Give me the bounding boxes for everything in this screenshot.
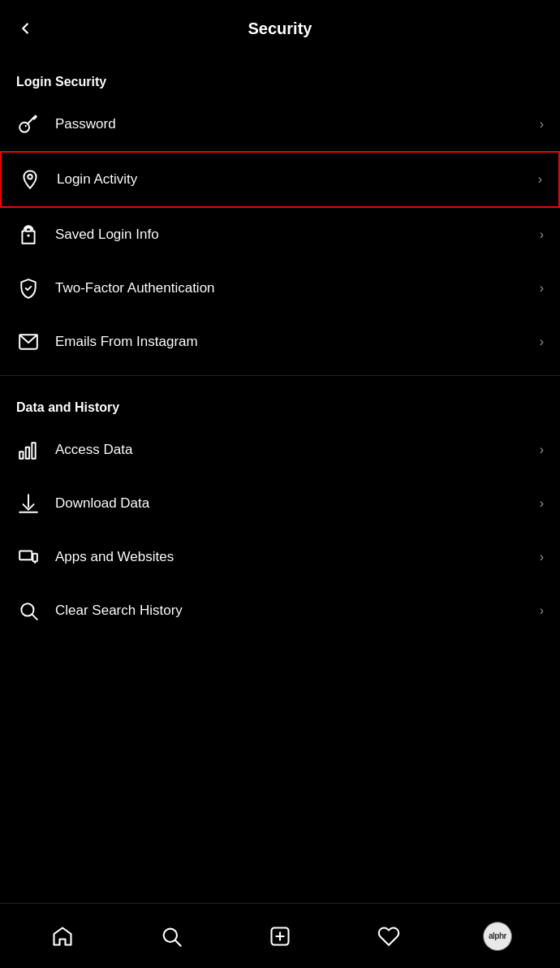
nav-search[interactable]: [151, 916, 192, 957]
menu-item-login-activity[interactable]: Login Activity ›: [0, 151, 560, 208]
download-data-chevron: ›: [540, 496, 544, 511]
login-activity-label: Login Activity: [57, 171, 137, 188]
envelope-icon: [16, 330, 41, 354]
svg-rect-7: [32, 443, 35, 459]
access-data-label: Access Data: [55, 442, 132, 458]
password-chevron: ›: [540, 117, 544, 132]
nav-search-icon: [160, 925, 183, 948]
section-data-history-header: Data and History: [0, 382, 560, 423]
emails-label: Emails From Instagram: [55, 334, 198, 350]
apps-websites-chevron: ›: [540, 550, 544, 564]
menu-item-two-factor[interactable]: Two-Factor Authentication ›: [0, 261, 560, 315]
menu-item-download-data[interactable]: Download Data ›: [0, 477, 560, 530]
key-icon: [16, 112, 41, 136]
clear-search-label: Clear Search History: [55, 603, 183, 619]
menu-item-saved-login-info[interactable]: Saved Login Info ›: [0, 208, 560, 261]
nav-home[interactable]: [42, 916, 83, 957]
section-login-security-header: Login Security: [0, 57, 560, 97]
svg-line-13: [32, 615, 37, 620]
shield-check-icon: [16, 276, 41, 300]
location-pin-icon: [18, 167, 42, 192]
home-icon: [51, 925, 74, 948]
nav-add[interactable]: [260, 916, 300, 957]
password-label: Password: [55, 116, 116, 132]
clear-search-chevron: ›: [540, 603, 544, 618]
svg-point-2: [28, 175, 32, 179]
two-factor-label: Two-Factor Authentication: [55, 280, 215, 296]
avatar: alphr: [483, 922, 512, 951]
access-data-chevron: ›: [540, 443, 544, 457]
nav-heart[interactable]: [368, 916, 409, 957]
saved-login-label: Saved Login Info: [55, 227, 159, 243]
monitor-phone-icon: [16, 545, 41, 569]
svg-point-3: [27, 234, 29, 236]
menu-item-emails[interactable]: Emails From Instagram ›: [0, 315, 560, 369]
login-activity-chevron: ›: [538, 172, 542, 187]
download-icon: [16, 491, 41, 516]
emails-chevron: ›: [540, 335, 544, 349]
page-title: Security: [248, 19, 312, 38]
heart-icon: [377, 925, 400, 948]
search-icon: [16, 599, 41, 623]
two-factor-chevron: ›: [540, 281, 544, 296]
svg-rect-10: [32, 554, 37, 562]
section-divider: [0, 375, 560, 376]
menu-item-apps-websites[interactable]: Apps and Websites ›: [0, 530, 560, 584]
download-data-label: Download Data: [55, 495, 149, 512]
header: Security: [0, 0, 560, 57]
content: Login Security Password ›: [0, 57, 560, 702]
back-button[interactable]: [16, 19, 34, 37]
menu-item-access-data[interactable]: Access Data ›: [0, 423, 560, 477]
svg-rect-6: [26, 447, 29, 459]
saved-login-chevron: ›: [540, 227, 544, 242]
apps-websites-label: Apps and Websites: [55, 549, 174, 565]
svg-line-15: [175, 940, 180, 945]
avatar-text: alphr: [489, 931, 506, 940]
svg-rect-9: [19, 551, 32, 560]
lock-key-icon: [16, 223, 41, 247]
menu-item-password[interactable]: Password ›: [0, 97, 560, 151]
add-icon: [269, 925, 291, 948]
nav-profile[interactable]: alphr: [477, 916, 518, 957]
bar-chart-icon: [16, 438, 41, 462]
bottom-nav: alphr: [0, 903, 560, 968]
menu-item-clear-search[interactable]: Clear Search History ›: [0, 584, 560, 637]
svg-rect-5: [19, 452, 23, 459]
